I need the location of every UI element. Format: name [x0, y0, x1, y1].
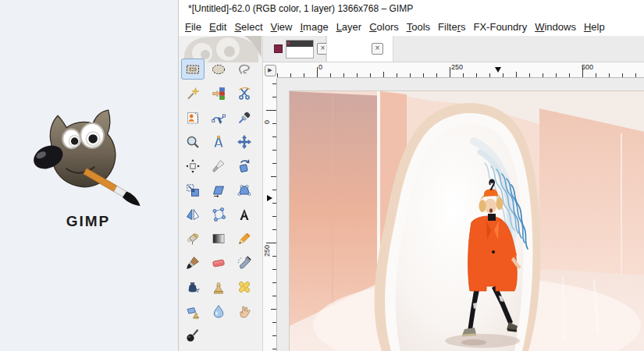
gradient-icon: [211, 231, 226, 246]
tool-perspective-clone[interactable]: [181, 300, 205, 321]
perspective-icon: [237, 183, 252, 198]
tool-airbrush[interactable]: [233, 252, 256, 273]
tool-gradient[interactable]: [207, 228, 230, 249]
tool-measure[interactable]: [207, 131, 230, 152]
bucket-fill-icon: [185, 231, 201, 246]
fuzzy-select-icon: [185, 86, 201, 101]
ruler-tick: [272, 216, 276, 217]
tool-clone[interactable]: [207, 276, 230, 297]
paths-icon: [211, 110, 226, 126]
heal-icon: [237, 279, 252, 295]
wilber-brush-tip: [123, 192, 141, 206]
image-tab-bar: × ×: [263, 36, 644, 62]
ruler-origin-button[interactable]: ▶: [265, 65, 276, 76]
menu-layer[interactable]: Layer: [333, 20, 366, 34]
ruler-tick: [272, 123, 276, 124]
scale-icon: [185, 183, 201, 198]
tool-flip[interactable]: [181, 204, 205, 225]
tool-cage-transform[interactable]: [207, 204, 230, 225]
ruler-tick: [277, 73, 278, 77]
ruler-tick: [272, 322, 276, 323]
canvas-image: [290, 91, 644, 351]
window-titlebar[interactable]: *[Untitled]-62.0 (RGB color, 1 layer) 13…: [179, 0, 644, 17]
ruler-tick: [272, 203, 276, 204]
vertical-ruler[interactable]: 0250: [263, 78, 277, 351]
tool-dodge-burn[interactable]: [181, 324, 205, 346]
airbrush-icon: [237, 255, 252, 271]
ruler-label: 0: [263, 110, 271, 124]
menu-view[interactable]: View: [267, 20, 297, 34]
menu-tools[interactable]: Tools: [403, 20, 434, 34]
ruler-tick: [272, 163, 276, 164]
menu-filters[interactable]: Filters: [434, 20, 469, 34]
tool-crop[interactable]: [207, 155, 230, 176]
alignment-icon: [185, 158, 201, 174]
menu-edit[interactable]: Edit: [205, 20, 230, 34]
tool-shear[interactable]: [207, 179, 230, 200]
ink-icon: [185, 279, 201, 295]
ruler-tick: [450, 67, 450, 77]
tool-fuzzy-select[interactable]: [181, 83, 205, 104]
tool-paintbrush[interactable]: [181, 252, 205, 273]
ruler-tick: [556, 73, 557, 77]
tool-smudge[interactable]: [233, 300, 256, 321]
tool-perspective[interactable]: [233, 179, 256, 200]
ruler-tick: [609, 73, 610, 77]
ruler-label: 250: [263, 243, 271, 257]
clone-icon: [211, 279, 226, 295]
tool-bucket-fill[interactable]: [181, 228, 205, 249]
menu-colors[interactable]: Colors: [365, 20, 403, 34]
ruler-tick: [272, 83, 276, 84]
pointer-position-marker-y: [267, 195, 272, 201]
image-tab-1[interactable]: ×: [269, 36, 326, 62]
ruler-tick: [383, 72, 384, 77]
tool-text[interactable]: [233, 204, 256, 225]
tool-paths[interactable]: [207, 107, 230, 128]
tool-rotate[interactable]: [233, 155, 256, 176]
tool-move[interactable]: [233, 131, 256, 152]
tool-rectangle-select[interactable]: [181, 58, 205, 80]
close-tab-icon[interactable]: ×: [372, 43, 383, 55]
menu-fx-foundry[interactable]: FX-Foundry: [470, 20, 532, 34]
tool-scale[interactable]: [181, 179, 205, 200]
menu-help[interactable]: Help: [580, 20, 609, 34]
ruler-tick: [476, 73, 477, 77]
menu-image[interactable]: Image: [296, 20, 332, 34]
perspective-clone-icon: [185, 303, 201, 319]
shear-icon: [211, 183, 226, 198]
ruler-tick: [272, 190, 276, 190]
tool-select-by-color[interactable]: [207, 83, 230, 104]
menu-file[interactable]: File: [181, 20, 205, 34]
measure-icon: [211, 134, 226, 150]
move-icon: [237, 134, 252, 150]
tool-foreground-select[interactable]: [181, 107, 205, 128]
menu-windows[interactable]: Windows: [531, 20, 580, 34]
horizontal-ruler[interactable]: 0250500: [277, 62, 644, 78]
tool-alignment[interactable]: [181, 155, 205, 176]
ruler-tick: [330, 73, 331, 77]
gimp-desktop-icon[interactable]: GIMP: [22, 109, 155, 230]
menu-select[interactable]: Select: [230, 20, 266, 34]
tool-free-select[interactable]: [233, 58, 256, 80]
zoom-icon: [185, 134, 201, 150]
tool-pencil[interactable]: [233, 228, 256, 249]
toolbox-grid: [180, 58, 258, 348]
ruler-tick: [272, 282, 276, 283]
gimp-window: *[Untitled]-62.0 (RGB color, 1 layer) 13…: [178, 0, 644, 351]
tool-scissors-select[interactable]: [233, 83, 256, 104]
ruler-tick: [271, 309, 276, 310]
rotate-icon: [237, 158, 252, 174]
layer-color-swatch: [274, 44, 283, 53]
scene-right-wall: [539, 108, 644, 277]
image-tab-2[interactable]: ×: [326, 36, 393, 62]
tool-ink[interactable]: [181, 276, 205, 297]
canvas-area[interactable]: [277, 78, 644, 351]
tool-eraser[interactable]: [207, 252, 230, 273]
ruler-tick: [272, 150, 276, 151]
tool-zoom[interactable]: [181, 131, 205, 152]
tool-ellipse-select[interactable]: [207, 58, 230, 80]
tool-color-picker[interactable]: [233, 107, 256, 128]
tool-blur-sharpen[interactable]: [207, 300, 230, 321]
ruler-tick: [272, 296, 276, 296]
tool-heal[interactable]: [233, 276, 256, 297]
